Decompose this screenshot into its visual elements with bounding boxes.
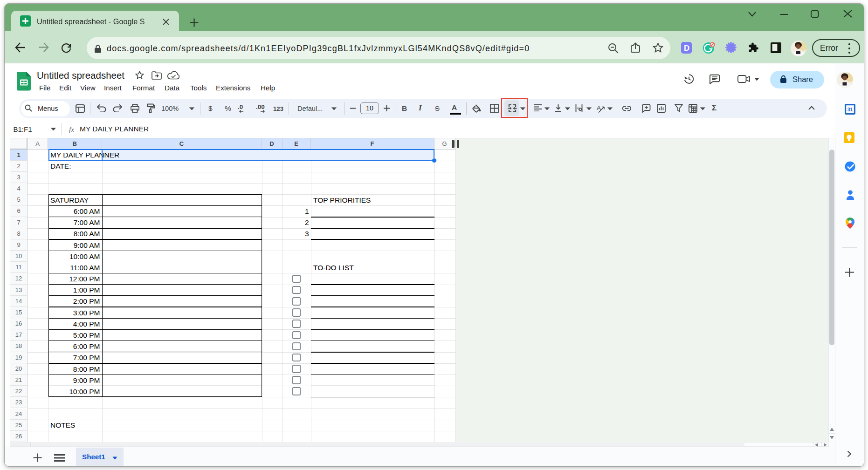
svg-text:D: D bbox=[684, 44, 689, 53]
svg-text:31: 31 bbox=[847, 106, 853, 112]
svg-text:.0: .0 bbox=[238, 103, 243, 110]
svg-text:.00: .00 bbox=[256, 103, 265, 110]
